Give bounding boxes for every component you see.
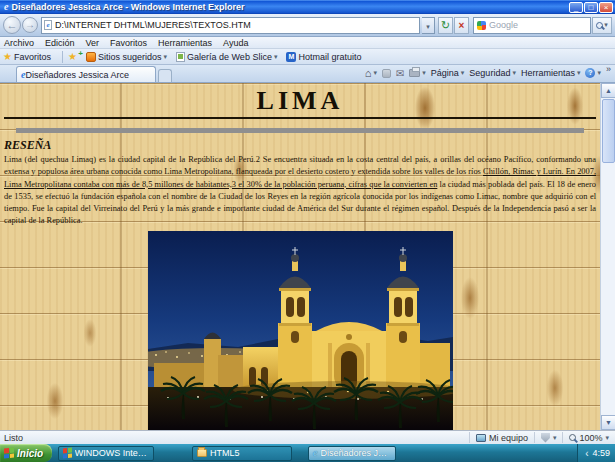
chevron-down-icon [577,69,581,77]
web-slice-label: Galería de Web Slice [187,52,272,62]
minimize-button[interactable] [569,2,583,13]
start-label: Inicio [17,448,43,459]
taskbar-button-windows-internet[interactable]: WINDOWS Internet... [58,446,154,461]
taskbar-button-folder[interactable]: HTML5 [192,446,292,461]
windows-live-icon [286,52,296,62]
close-button[interactable] [599,2,613,13]
page-title: LIMA [4,87,596,115]
navigation-bar: ← → e D:\INTERNET DHTML\MUJERES\TEXTOS.H… [0,14,615,37]
tray-chevron-icon[interactable] [585,448,588,459]
web-slice-gallery-button[interactable]: Galería de Web Slice [176,52,277,62]
start-button[interactable]: Inicio [0,444,52,462]
article-paragraph: Lima (del quechua Limaq) es la ciudad ca… [4,154,596,228]
address-url[interactable]: D:\INTERNET DHTML\MUJERES\TEXTOS.HTM [55,20,417,30]
chevron-down-icon [274,53,278,61]
chevron-down-icon [373,69,377,77]
feeds-button[interactable] [382,69,391,78]
favorites-bar: Favoritos Sitios sugeridos Galería de We… [0,49,615,65]
chevron-down-icon [597,69,601,77]
read-mail-button[interactable] [396,68,404,79]
status-bar: Listo Mi equipo 100% [0,430,615,444]
web-page: LIMA RESEÑA Lima (del quechua Limaq) es … [0,83,600,430]
overflow-chevron-icon[interactable] [606,64,611,74]
menu-ayuda[interactable]: Ayuda [223,38,248,48]
folder-icon [197,449,207,457]
chevron-down-icon [164,53,168,61]
system-tray: 4:59 [577,444,615,462]
forward-button[interactable]: → [22,17,38,33]
search-input[interactable]: Google [473,17,591,34]
taskbar: Inicio WINDOWS Internet... HTML5 e Diseñ… [0,444,615,462]
page-viewport: LIMA RESEÑA Lima (del quechua Limaq) es … [0,83,615,430]
menu-favoritos[interactable]: Favoritos [110,38,147,48]
star-icon [68,51,77,62]
menu-ver[interactable]: Ver [86,38,100,48]
browser-window: e Diseñadores Jessica Arce - Windows Int… [0,0,615,462]
help-icon [585,68,595,78]
tab-bar: e Diseñadores Jessica Arce Página Seguri… [0,65,615,83]
favorites-button[interactable]: Favoritos [14,52,51,62]
chevron-down-icon [512,69,516,77]
chevron-down-icon [461,69,465,77]
home-button[interactable] [365,68,377,79]
plus-icon [78,49,83,58]
scrollbar-thumb[interactable] [602,99,615,163]
home-icon [365,68,372,79]
menu-archivo[interactable]: Archivo [4,38,34,48]
search-placeholder: Google [489,20,587,30]
google-logo-icon [477,21,486,30]
favorites-star-icon [3,51,12,62]
ie-icon: e [313,448,317,458]
menu-herramientas[interactable]: Herramientas [158,38,212,48]
page-icon: e [44,20,52,30]
search-button[interactable] [592,17,612,34]
ie-logo-icon: e [4,2,8,12]
printer-icon [409,69,420,77]
add-favorite-button[interactable] [68,51,79,62]
security-zone: Mi equipo [469,432,534,443]
taskbar-button-ie-active[interactable]: e Diseñadores Jessic... [308,446,396,461]
help-button[interactable] [585,68,601,78]
lima-cathedral-photo [148,231,453,430]
hotmail-button[interactable]: Hotmail gratuito [286,52,363,62]
zoom-control[interactable]: 100% [562,432,615,443]
separator [62,51,63,63]
security-menu-label: Seguridad [469,68,510,78]
suggested-sites-icon [86,52,96,62]
maximize-button[interactable] [584,2,598,13]
command-bar: Página Seguridad Herramientas [365,64,615,82]
vertical-scrollbar[interactable] [600,83,615,430]
tools-menu-button[interactable]: Herramientas [521,68,581,78]
suggested-sites-label: Sitios sugeridos [98,52,162,62]
zoom-level: 100% [579,433,602,443]
protected-mode-button[interactable] [534,432,563,443]
scroll-down-button[interactable] [601,415,615,430]
search-icon [596,22,603,29]
task-label: WINDOWS Internet... [75,448,149,458]
tab-active[interactable]: e Diseñadores Jessica Arce [16,66,156,82]
chevron-down-icon [605,434,609,442]
refresh-button[interactable] [438,17,453,34]
windows-logo-icon [63,448,72,459]
menu-edicion[interactable]: Edición [45,38,75,48]
zone-label: Mi equipo [489,433,528,443]
scroll-up-button[interactable] [601,83,615,98]
print-button[interactable] [409,69,426,77]
taskbar-clock: 4:59 [592,448,610,458]
security-menu-button[interactable]: Seguridad [469,68,516,78]
page-title-block: LIMA [4,87,596,119]
new-tab-button[interactable] [158,69,172,82]
task-label: Diseñadores Jessic... [320,448,391,458]
back-button[interactable]: ← [3,16,21,34]
mail-icon [396,68,404,79]
web-slice-icon [176,52,185,62]
stop-button[interactable] [454,17,469,34]
rss-feed-icon [382,69,391,78]
page-menu-button[interactable]: Página [431,68,465,78]
windows-logo-icon [4,447,14,458]
task-label: HTML5 [210,448,240,458]
chevron-down-icon [422,69,426,77]
suggested-sites-button[interactable]: Sitios sugeridos [86,52,167,62]
address-dropdown-button[interactable] [422,17,435,34]
address-bar[interactable]: e D:\INTERNET DHTML\MUJERES\TEXTOS.HTM [41,17,420,34]
